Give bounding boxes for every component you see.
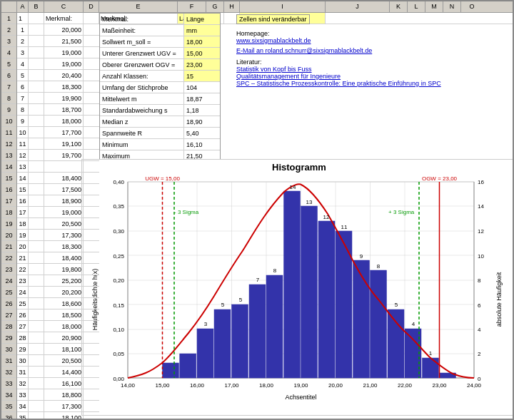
cell-b-12[interactable]	[29, 150, 44, 160]
cell-a-34[interactable]: 34	[17, 401, 29, 411]
cell-b-4[interactable]	[29, 58, 44, 69]
cell-c-1[interactable]: 20,000	[44, 24, 84, 35]
cell-a-20[interactable]: 20	[17, 241, 29, 252]
cell-a-28[interactable]: 28	[17, 332, 29, 343]
cell-c-23[interactable]: 25,200	[44, 275, 84, 286]
cell-a-17[interactable]: 17	[17, 207, 29, 217]
cell-c-25[interactable]: 18,600	[44, 298, 84, 309]
cell-b-33[interactable]	[29, 389, 44, 400]
cell-a-13[interactable]: 13	[17, 161, 29, 172]
cell-b-30[interactable]	[29, 355, 44, 366]
cell-a-22[interactable]: 22	[17, 264, 29, 275]
cell-a-31[interactable]: 31	[17, 367, 29, 377]
cell-b-18[interactable]	[29, 218, 44, 229]
cell-a-35[interactable]: 35	[17, 412, 29, 420]
cell-a-2[interactable]: 2	[17, 36, 29, 46]
cell-c-35[interactable]: 18,100	[44, 412, 84, 420]
cell-a-6[interactable]: 6	[17, 81, 29, 92]
cell-b-26[interactable]	[29, 309, 44, 320]
cell-c-18[interactable]: 20,500	[44, 218, 84, 229]
email-link[interactable]: E-Mail an roland.schnurr@sixsigmablackbe…	[236, 47, 512, 54]
cell-c-20[interactable]: 18,300	[44, 241, 84, 252]
cell-b-32[interactable]	[29, 378, 44, 389]
cell-a-26[interactable]: 26	[17, 309, 29, 320]
cell-c-31[interactable]: 14,400	[44, 367, 84, 377]
cell-a-9[interactable]: 9	[17, 116, 29, 126]
param-val-1[interactable]: Länge	[184, 14, 220, 24]
cell-b-9[interactable]	[29, 116, 44, 126]
cell-b-35[interactable]	[29, 412, 44, 420]
cell-a-27[interactable]: 27	[17, 321, 29, 332]
cell-c-24[interactable]: 20,200	[44, 287, 84, 297]
cell-b-27[interactable]	[29, 321, 44, 332]
cell-a-1[interactable]: 1	[17, 24, 29, 35]
cell-c-4[interactable]: 19,000	[44, 58, 84, 69]
cell-c-34[interactable]: 17,300	[44, 401, 84, 411]
cell-a-23[interactable]: 23	[17, 275, 29, 286]
cell-a-18[interactable]: 18	[17, 218, 29, 229]
cell-c-17[interactable]: 19,000	[44, 207, 84, 217]
cell-c-33[interactable]: 18,800	[44, 389, 84, 400]
cell-c-8[interactable]: 18,700	[44, 104, 84, 115]
homepage-link[interactable]: www.sixsigmablackbelt.de	[236, 37, 512, 44]
cell-b-28[interactable]	[29, 332, 44, 343]
cell-c-26[interactable]: 18,500	[44, 309, 84, 320]
cell-a-19[interactable]: 19	[17, 230, 29, 240]
cell-a-25[interactable]: 25	[17, 298, 29, 309]
cell-b-13[interactable]	[29, 161, 44, 172]
param-val-6[interactable]: 15	[184, 71, 220, 81]
cell-c-6[interactable]: 18,300	[44, 81, 84, 92]
cell-c-11[interactable]: 19,100	[44, 138, 84, 149]
cell-b-20[interactable]	[29, 241, 44, 252]
cell-b-15[interactable]	[29, 184, 44, 195]
cell-b-34[interactable]	[29, 401, 44, 411]
cell-c-12[interactable]: 19,700	[44, 150, 84, 160]
cell-b-23[interactable]	[29, 275, 44, 286]
cell-b-21[interactable]	[29, 252, 44, 263]
cell-c-28[interactable]: 20,900	[44, 332, 84, 343]
cell-b-16[interactable]	[29, 195, 44, 206]
cell-c-10[interactable]: 17,700	[44, 127, 84, 138]
cell-a-24[interactable]: 24	[17, 287, 29, 297]
cell-c-30[interactable]: 20,500	[44, 355, 84, 366]
cell-c-16[interactable]: 18,900	[44, 195, 84, 206]
lit-link-3[interactable]: SPC – Statistische Prozesskontrolle: Ein…	[236, 80, 512, 87]
cell-a-30[interactable]: 30	[17, 355, 29, 366]
cell-c-7[interactable]: 19,900	[44, 93, 84, 103]
cell-b-29[interactable]	[29, 344, 44, 354]
cell-c-3[interactable]: 19,000	[44, 47, 84, 58]
cell-a-32[interactable]: 32	[17, 378, 29, 389]
cell-a-7[interactable]: 7	[17, 93, 29, 103]
cell-b-5[interactable]	[29, 70, 44, 81]
cell-a-12[interactable]: 12	[17, 150, 29, 160]
cell-b-3[interactable]	[29, 47, 44, 58]
cell-c-15[interactable]: 17,500	[44, 184, 84, 195]
cell-c-22[interactable]: 19,800	[44, 264, 84, 275]
param-val-2[interactable]: mm	[184, 25, 220, 36]
cell-c-14[interactable]: 18,400	[44, 173, 84, 183]
param-val-5[interactable]: 23,00	[184, 59, 220, 70]
cell-c-5[interactable]: 20,400	[44, 70, 84, 81]
cell-a-0[interactable]	[17, 13, 29, 24]
cell-a-15[interactable]: 15	[17, 184, 29, 195]
cell-c-27[interactable]: 18,000	[44, 321, 84, 332]
cell-a-21[interactable]: 21	[17, 252, 29, 263]
cell-c-2[interactable]: 21,500	[44, 36, 84, 46]
cell-b-0[interactable]	[29, 13, 44, 24]
cell-b-6[interactable]	[29, 81, 44, 92]
cell-b-1[interactable]	[29, 24, 44, 35]
cell-a-16[interactable]: 16	[17, 195, 29, 206]
cell-c-0[interactable]	[44, 13, 84, 24]
cell-c-19[interactable]: 17,300	[44, 230, 84, 240]
cell-b-19[interactable]	[29, 230, 44, 240]
cell-b-25[interactable]	[29, 298, 44, 309]
cell-b-31[interactable]	[29, 367, 44, 377]
cell-b-17[interactable]	[29, 207, 44, 217]
cell-a-4[interactable]: 4	[17, 58, 29, 69]
cell-a-29[interactable]: 29	[17, 344, 29, 354]
cell-b-10[interactable]	[29, 127, 44, 138]
cell-b-2[interactable]	[29, 36, 44, 46]
cell-c-32[interactable]: 16,100	[44, 378, 84, 389]
cell-b-14[interactable]	[29, 173, 44, 183]
cell-b-24[interactable]	[29, 287, 44, 297]
